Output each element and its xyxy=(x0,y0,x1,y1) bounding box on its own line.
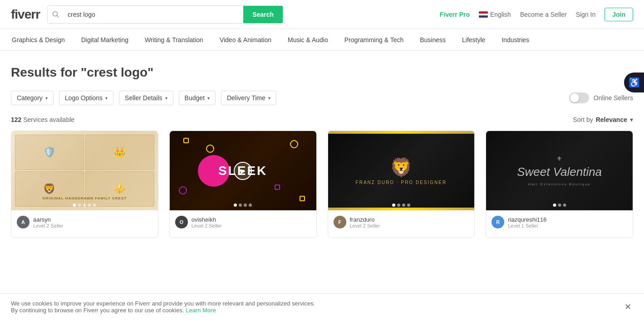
search-icon xyxy=(48,6,64,23)
filter-bar: Category ▾ Logo Options ▾ Seller Details… xyxy=(11,91,633,105)
card-body: O ovisheikh Level 2 Seller xyxy=(170,210,316,238)
card-dots xyxy=(234,204,252,207)
nav-lifestyle[interactable]: Lifestyle xyxy=(461,29,486,50)
chevron-down-icon: ▾ xyxy=(105,96,108,101)
budget-filter[interactable]: Budget ▾ xyxy=(179,91,216,105)
seller-name: riazqureshi116 xyxy=(508,216,546,223)
avatar: A xyxy=(17,216,29,228)
nav-writing-translation[interactable]: Writing & Translation xyxy=(144,29,204,50)
header: fiverr Search Fiverr Pro English Become … xyxy=(0,0,644,29)
online-sellers-toggle: Online Sellers xyxy=(569,92,633,103)
seller-name: aarsyn xyxy=(33,216,64,223)
budget-label: Budget xyxy=(185,94,205,102)
accessibility-button[interactable]: ♿ xyxy=(624,73,644,92)
seller-info: R riazqureshi116 Level 1 Seller xyxy=(492,216,627,228)
us-flag-icon xyxy=(479,11,488,18)
seller-level: Level 2 Seller xyxy=(192,223,222,228)
language-label: English xyxy=(490,11,511,18)
language-selector[interactable]: English xyxy=(479,11,511,18)
cards-grid: 🛡️ 👑 🦁 ⚜️ ORIGINAL HANDDRAWN FAMILY CRES… xyxy=(11,131,633,238)
chevron-down-icon: ▾ xyxy=(268,96,270,101)
nav-programming-tech[interactable]: Programming & Tech xyxy=(344,29,404,50)
nav-music-audio[interactable]: Music & Audio xyxy=(287,29,329,50)
online-sellers-label: Online Sellers xyxy=(594,94,633,102)
dot xyxy=(88,204,91,207)
seller-level: Level 2 Seller xyxy=(33,223,64,228)
logo: fiverr xyxy=(11,7,40,22)
sort-by-label: Sort by xyxy=(573,116,593,123)
service-card[interactable]: ⚜ Sweet Valentina Hair Extensions Boutiq… xyxy=(486,131,633,238)
dot xyxy=(402,204,405,207)
nav-graphics-design[interactable]: Graphics & Design xyxy=(11,29,66,50)
dot xyxy=(73,204,76,207)
become-seller-link[interactable]: Become a Seller xyxy=(520,11,567,18)
dot xyxy=(234,204,237,207)
delivery-time-filter[interactable]: Delivery Time ▾ xyxy=(221,91,276,105)
dot xyxy=(553,204,556,207)
seller-level: Level 2 Seller xyxy=(350,223,380,228)
chevron-down-icon: ▾ xyxy=(630,116,633,123)
dot xyxy=(563,204,566,207)
seller-info: A aarsyn Level 2 Seller xyxy=(17,216,152,228)
services-count: 122 Services available xyxy=(11,116,74,123)
dot xyxy=(78,204,81,207)
logo-options-label: Logo Options xyxy=(65,94,103,102)
results-title: Results for "crest logo" xyxy=(11,65,633,80)
search-input[interactable] xyxy=(64,6,243,23)
dot xyxy=(93,204,96,207)
nav-business[interactable]: Business xyxy=(419,29,447,50)
gold-border xyxy=(328,131,475,134)
sort-by-dropdown[interactable]: Sort by Relevance ▾ xyxy=(573,116,633,123)
seller-details-label: Seller Details xyxy=(125,94,162,102)
nav-industries[interactable]: Industries xyxy=(501,29,530,50)
category-filter[interactable]: Category ▾ xyxy=(11,91,54,105)
service-card[interactable]: 🦁 FRANZ DURO · PRO DESIGNER F franzduro … xyxy=(328,131,475,238)
service-card[interactable]: SLEEK ▶ O xyxy=(169,131,317,238)
dot xyxy=(392,204,395,207)
dot xyxy=(244,204,247,207)
service-card[interactable]: 🛡️ 👑 🦁 ⚜️ ORIGINAL HANDDRAWN FAMILY CRES… xyxy=(11,131,158,238)
seller-info: O ovisheikh Level 2 Seller xyxy=(175,216,311,228)
toggle-thumb xyxy=(570,93,579,102)
seller-details: ovisheikh Level 2 Seller xyxy=(192,216,222,228)
dot xyxy=(558,204,561,207)
seller-details: aarsyn Level 2 Seller xyxy=(33,216,64,228)
nav-video-animation[interactable]: Video & Animation xyxy=(219,29,272,50)
dot xyxy=(397,204,400,207)
header-right: Fiverr Pro English Become a Seller Sign … xyxy=(440,8,633,21)
avatar: O xyxy=(175,216,188,228)
join-button[interactable]: Join xyxy=(605,8,633,21)
fiverr-pro-link[interactable]: Fiverr Pro xyxy=(440,11,470,18)
search-bar: Search xyxy=(47,5,283,24)
seller-details: franzduro Level 2 Seller xyxy=(350,216,380,228)
chevron-down-icon: ▾ xyxy=(45,96,48,101)
card-image: 🦁 FRANZ DURO · PRO DESIGNER xyxy=(328,131,475,210)
services-bar: 122 Services available Sort by Relevance… xyxy=(11,116,633,123)
card-dots xyxy=(73,204,96,207)
seller-name: ovisheikh xyxy=(192,216,222,223)
dot xyxy=(83,204,86,207)
card-body: A aarsyn Level 2 Seller xyxy=(11,210,158,238)
dot xyxy=(239,204,242,207)
main-content: Results for "crest logo" Category ▾ Logo… xyxy=(0,51,644,249)
card-image: SLEEK ▶ xyxy=(170,131,316,210)
avatar: F xyxy=(334,216,346,228)
card-image: ⚜ Sweet Valentina Hair Extensions Boutiq… xyxy=(486,131,633,210)
category-filter-label: Category xyxy=(17,94,43,102)
sign-in-link[interactable]: Sign In xyxy=(576,11,596,18)
card-body: F franzduro Level 2 Seller xyxy=(328,210,475,238)
main-nav: Graphics & Design Digital Marketing Writ… xyxy=(0,29,644,51)
delivery-time-label: Delivery Time xyxy=(227,94,265,102)
online-sellers-switch[interactable] xyxy=(569,92,589,103)
seller-name: franzduro xyxy=(350,216,380,223)
chevron-down-icon: ▾ xyxy=(165,96,167,101)
seller-details-filter[interactable]: Seller Details ▾ xyxy=(119,91,173,105)
sort-value: Relevance xyxy=(596,116,627,123)
logo-options-filter[interactable]: Logo Options ▾ xyxy=(59,91,113,105)
seller-info: F franzduro Level 2 Seller xyxy=(334,216,469,228)
dot xyxy=(249,204,252,207)
nav-digital-marketing[interactable]: Digital Marketing xyxy=(80,29,129,50)
seller-details: riazqureshi116 Level 1 Seller xyxy=(508,216,546,228)
seller-level: Level 1 Seller xyxy=(508,223,546,228)
search-button[interactable]: Search xyxy=(243,6,283,23)
